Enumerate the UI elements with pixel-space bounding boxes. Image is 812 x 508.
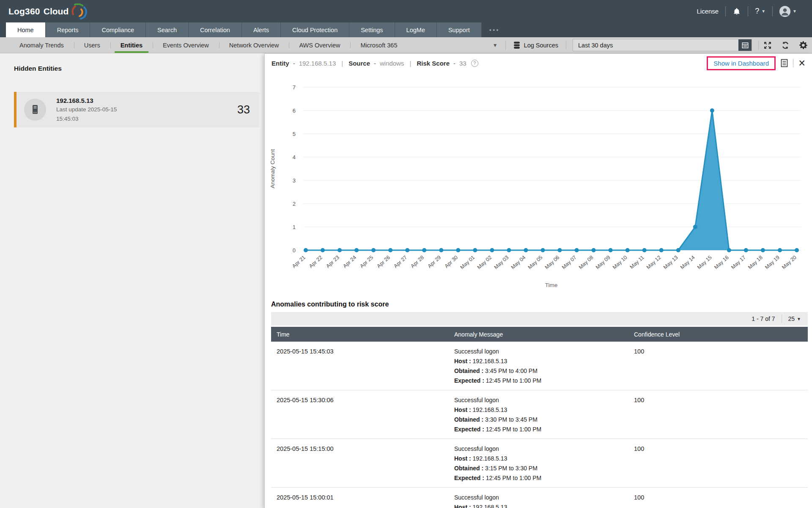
cell-anomaly-message: Successful logonHost : 192.168.5.13 bbox=[454, 493, 634, 508]
svg-text:May 02: May 02 bbox=[476, 254, 493, 271]
notifications-button[interactable] bbox=[725, 6, 748, 17]
refresh-icon bbox=[781, 41, 790, 50]
column-header-time: Time bbox=[271, 331, 454, 338]
help-menu-button[interactable]: ? ▼ bbox=[748, 6, 772, 17]
log-sources-button[interactable]: Log Sources bbox=[506, 41, 566, 49]
nav-tab-cloud-protection[interactable]: Cloud Protection bbox=[281, 22, 349, 37]
subnav-tab-aws-overview[interactable]: AWS Overview bbox=[289, 37, 350, 53]
page-size-dropdown[interactable]: 25 ▼ bbox=[782, 315, 808, 323]
cell-confidence-level: 100 bbox=[634, 493, 808, 502]
secondary-nav: Anomaly TrendsUsersEntitiesEvents Overvi… bbox=[0, 37, 812, 53]
entity-detail-summary: Entity - 192.168.5.13 | Source - windows… bbox=[272, 60, 478, 67]
svg-text:Apr 27: Apr 27 bbox=[392, 254, 408, 269]
cell-confidence-level: 100 bbox=[634, 395, 808, 405]
svg-text:May 05: May 05 bbox=[527, 254, 544, 271]
subnav-tab-microsoft-365[interactable]: Microsoft 365 bbox=[350, 37, 407, 53]
entity-last-update-date: Last update 2025-05-15 bbox=[56, 105, 117, 113]
anomaly-message-detail: Obtained : 3:45 PM to 4:00 PM bbox=[454, 366, 634, 376]
table-pagination: 1 - 7 of 7 25 ▼ bbox=[271, 312, 808, 326]
gear-icon bbox=[799, 41, 808, 50]
nav-tab-support[interactable]: Support bbox=[437, 22, 482, 37]
entity-detail-header: Entity - 192.168.5.13 | Source - windows… bbox=[265, 54, 812, 72]
svg-text:May 04: May 04 bbox=[510, 254, 527, 271]
svg-text:May 01: May 01 bbox=[459, 254, 476, 271]
nav-tab-alerts[interactable]: Alerts bbox=[242, 22, 281, 37]
calendar-icon bbox=[741, 41, 749, 49]
dashboard-toolbar: ▼ Log Sources Last 30 days bbox=[485, 37, 812, 53]
logo-swirl-icon bbox=[69, 1, 87, 22]
table-row: 2025-05-15 15:00:01Successful logonHost … bbox=[271, 488, 808, 508]
svg-text:May 15: May 15 bbox=[696, 254, 713, 271]
server-icon bbox=[29, 104, 41, 116]
entity-info: 192.168.5.13 Last update 2025-05-15 15:4… bbox=[56, 97, 117, 123]
entity-avatar bbox=[24, 99, 46, 121]
nav-tab-logme[interactable]: LogMe bbox=[395, 22, 437, 37]
fullscreen-button[interactable] bbox=[759, 37, 776, 53]
logo-text-primary: Log360 bbox=[8, 6, 40, 17]
svg-text:May 16: May 16 bbox=[713, 254, 730, 271]
nav-tab-compliance[interactable]: Compliance bbox=[90, 22, 146, 37]
cell-time: 2025-05-15 15:45:03 bbox=[271, 347, 454, 356]
avatar bbox=[779, 6, 790, 17]
subnav-tab-users[interactable]: Users bbox=[74, 37, 110, 53]
nav-tab-reports[interactable]: Reports bbox=[46, 22, 91, 37]
dash: - bbox=[453, 60, 455, 67]
entity-card[interactable]: 192.168.5.13 Last update 2025-05-15 15:4… bbox=[14, 92, 259, 127]
svg-text:May 18: May 18 bbox=[747, 254, 764, 271]
anomaly-message-title: Successful logon bbox=[454, 395, 634, 405]
more-tabs-button[interactable]: ••• bbox=[482, 22, 508, 37]
main-content: Hidden Entities 192.168.5.13 Last update… bbox=[0, 53, 812, 508]
nav-tab-search[interactable]: Search bbox=[146, 22, 189, 37]
show-in-dashboard-button[interactable]: Show in Dashboard bbox=[707, 56, 776, 70]
subnav-tab-network-overview[interactable]: Network Overview bbox=[219, 37, 289, 53]
nav-tab-home[interactable]: Home bbox=[6, 22, 46, 37]
svg-text:Apr 28: Apr 28 bbox=[409, 254, 425, 269]
svg-text:May 12: May 12 bbox=[645, 254, 662, 271]
chevron-down-icon: ▼ bbox=[793, 9, 797, 14]
document-icon bbox=[781, 59, 788, 67]
subnav-tab-entities[interactable]: Entities bbox=[110, 37, 153, 53]
close-panel-button[interactable]: × bbox=[798, 59, 805, 67]
svg-text:7: 7 bbox=[293, 84, 296, 91]
anomaly-message-detail: Obtained : 3:15 PM to 3:30 PM bbox=[454, 464, 634, 473]
nav-tab-settings[interactable]: Settings bbox=[349, 22, 395, 37]
report-button[interactable] bbox=[781, 59, 788, 67]
time-range-field[interactable]: Last 30 days bbox=[573, 39, 752, 51]
risk-score-help-icon[interactable]: ? bbox=[471, 60, 478, 67]
calendar-button[interactable] bbox=[738, 39, 752, 51]
divider: | bbox=[340, 60, 345, 67]
subnav-tab-anomaly-trends[interactable]: Anomaly Trends bbox=[9, 37, 74, 53]
cell-anomaly-message: Successful logonHost : 192.168.5.13Obtai… bbox=[454, 395, 634, 434]
nav-tab-correlation[interactable]: Correlation bbox=[189, 22, 242, 37]
svg-text:Apr 26: Apr 26 bbox=[376, 254, 391, 269]
svg-text:Apr 22: Apr 22 bbox=[308, 254, 324, 269]
subnav-tab-events-overview[interactable]: Events Overview bbox=[153, 37, 219, 53]
svg-text:Apr 21: Apr 21 bbox=[291, 254, 307, 269]
svg-text:Apr 24: Apr 24 bbox=[342, 254, 357, 269]
cell-time: 2025-05-15 15:15:00 bbox=[271, 444, 454, 454]
svg-text:3: 3 bbox=[293, 177, 296, 184]
entity-value: 192.168.5.13 bbox=[299, 60, 336, 67]
svg-text:Apr 30: Apr 30 bbox=[444, 254, 459, 269]
risk-score-label: Risk Score bbox=[417, 60, 450, 67]
svg-text:1: 1 bbox=[293, 224, 296, 230]
user-menu-button[interactable]: ▼ bbox=[772, 6, 804, 17]
anomaly-message-title: Successful logon bbox=[454, 493, 634, 502]
settings-button[interactable] bbox=[794, 37, 812, 53]
risk-score-value: 33 bbox=[459, 60, 466, 67]
table-row: 2025-05-15 15:45:03Successful logonHost … bbox=[271, 342, 808, 390]
svg-text:Apr 29: Apr 29 bbox=[427, 254, 442, 269]
page-size-value: 25 bbox=[788, 315, 795, 322]
logo-text-secondary: Cloud bbox=[44, 6, 69, 17]
entity-detail-panel: Entity - 192.168.5.13 | Source - windows… bbox=[264, 53, 812, 508]
refresh-button[interactable] bbox=[776, 37, 794, 53]
cell-time: 2025-05-15 15:00:01 bbox=[271, 493, 454, 502]
license-link[interactable]: License bbox=[690, 6, 725, 17]
svg-text:0: 0 bbox=[293, 247, 296, 254]
database-icon bbox=[513, 41, 520, 49]
dashboard-dropdown-button[interactable]: ▼ bbox=[485, 37, 505, 53]
cell-confidence-level: 100 bbox=[634, 444, 808, 454]
anomalies-table-title: Anomalies contributing to risk score bbox=[271, 301, 812, 308]
svg-text:2: 2 bbox=[293, 201, 296, 207]
anomaly-message-detail: Expected : 12:45 PM to 1:00 PM bbox=[454, 425, 634, 434]
